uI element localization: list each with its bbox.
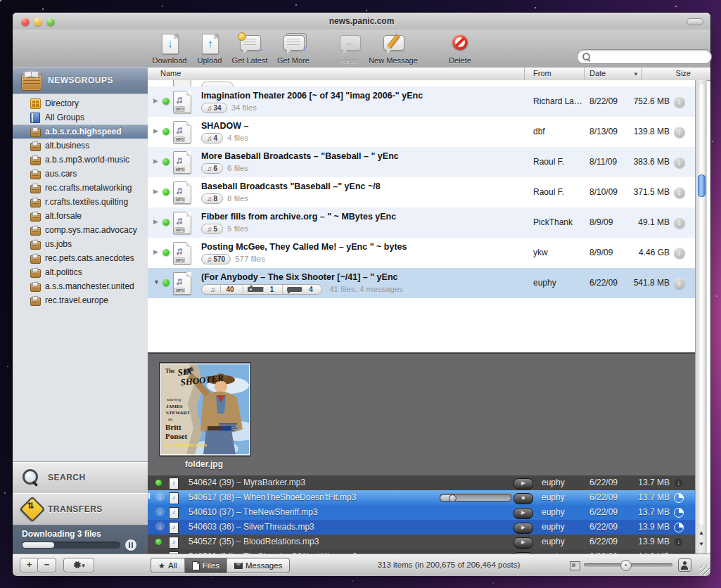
post-row[interactable]: ▶ ♫MP3 Fibber fills from archive.org – "… [148, 207, 695, 238]
mp3-file-icon: ♫MP3 [173, 272, 191, 295]
sidebar-item-metalworking[interactable]: rec.crafts.metalworking [13, 181, 148, 195]
file-row-selected[interactable]: ↓ 540603 (36) – SilverThreads.mp3 euphy … [148, 520, 695, 535]
gear-icon [72, 560, 81, 569]
downloading-clock-icon [674, 523, 684, 532]
resize-grip[interactable] [700, 565, 710, 575]
add-group-button[interactable]: + [20, 558, 39, 573]
sidebar-item-absro-highspeed[interactable]: a.b.s.r.o.highspeed [13, 124, 148, 139]
download-post-button[interactable] [674, 217, 685, 229]
disclosure-triangle-icon[interactable]: ▶ [153, 188, 158, 195]
file-row[interactable]: 540527 (35) – BloodRelations.mp3 euphy 6… [148, 535, 695, 549]
delete-button[interactable]: Delete [440, 32, 480, 66]
file-size: 13.7 MB [584, 507, 670, 517]
scrollbar-thumb[interactable] [698, 174, 706, 197]
disclosure-triangle-icon[interactable]: ▶ [153, 248, 158, 255]
play-button[interactable] [513, 478, 533, 490]
newsgroup-icon [30, 199, 41, 207]
sidebar-item-travel-europe[interactable]: rec.travel.europe [13, 293, 148, 307]
action-gear-button[interactable]: ▼ [63, 558, 94, 573]
get-more-button[interactable]: ↓ Get More [273, 32, 314, 66]
svg-text:starring: starring [167, 397, 181, 402]
disclosure-triangle-expanded-icon[interactable]: ▼ [153, 279, 160, 286]
show-people-button[interactable] [678, 558, 691, 572]
upload-button[interactable]: ↑ Upload [191, 32, 228, 66]
scroll-down-arrow[interactable]: ▼ [696, 539, 707, 550]
column-header-size[interactable]: Size [584, 69, 691, 77]
queued-download-icon: ↓ [675, 538, 682, 546]
sidebar-item-manchester-united[interactable]: a.s.s.manchester.united [13, 279, 148, 293]
file-row-selected[interactable]: Ⅰ ↓ 540617 (38) – WhenTheShoeDoesn'tFit.… [148, 490, 695, 505]
download-button[interactable]: ↓ Download [148, 32, 191, 66]
sidebar-item-all-groups[interactable]: All Groups [13, 110, 148, 124]
download-post-button[interactable] [674, 248, 685, 259]
filter-files[interactable]: Files [185, 558, 227, 573]
file-name: 540624 (39) – MyraBarker.mp3 [189, 478, 305, 487]
post-row[interactable]: ▶ ♫MP3 Imagination Theater 2006 [~ of 34… [148, 87, 695, 117]
sidebar-item-alt-business[interactable]: alt.business [13, 139, 148, 153]
disclosure-triangle-icon[interactable]: ▶ [153, 158, 158, 165]
post-from: dbf [533, 127, 545, 136]
vertical-scrollbar[interactable]: ▲ ▼ [695, 80, 707, 554]
stop-button[interactable] [513, 493, 533, 504]
transfers-section-header[interactable]: ⇅ TRANSFERS [13, 493, 148, 525]
file-from: euphy [542, 492, 565, 502]
sidebar-item-alt-forsale[interactable]: alt.forsale [13, 209, 148, 223]
sidebar-item-alt-politics[interactable]: alt.politics [13, 265, 148, 279]
remove-group-button[interactable]: − [37, 558, 56, 573]
scrollbar-track[interactable] [698, 83, 706, 526]
sidebar-item-mac-advocacy[interactable]: comp.sys.mac.advocacy [13, 223, 148, 237]
column-header-name[interactable]: Name [160, 69, 181, 77]
reply-button[interactable]: ← Reply [333, 32, 366, 66]
post-row[interactable]: ▶ ♫MP3 More Baseball Broadcasts – "Baseb… [148, 147, 695, 177]
disclosure-triangle-icon[interactable]: ▶ [153, 218, 158, 225]
download-post-button[interactable] [674, 278, 685, 289]
play-button[interactable] [513, 537, 533, 549]
filter-all[interactable]: ★All [151, 558, 185, 573]
get-latest-button[interactable]: ↓ Get Latest [228, 32, 272, 66]
filter-messages[interactable]: Messages [227, 558, 289, 573]
thumbnail-size-slider[interactable] [584, 563, 672, 567]
post-row-selected[interactable]: ▼ ♫MP3 (For Anybody – The Six Shooter [~… [148, 268, 695, 298]
post-size: 49.1 MB [570, 217, 670, 227]
status-dot-icon [162, 128, 170, 135]
download-post-button[interactable] [674, 96, 685, 108]
filter-segmented-control: ★All Files Messages [151, 558, 290, 573]
disclosure-triangle-icon[interactable]: ▶ [153, 127, 158, 134]
post-row[interactable]: ▶ ♫MP3 SHADOW – ♫44 files dbf 8/13/09 13… [148, 117, 695, 147]
new-message-button[interactable]: New Message [366, 32, 421, 66]
download-insert-marker-icon: Ⅰ [148, 492, 151, 500]
download-post-button[interactable] [674, 157, 685, 168]
file-row-selected[interactable]: ↓ 540610 (37) – TheNewSheriff.mp3 euphy … [148, 505, 695, 520]
sidebar-item-aus-cars[interactable]: aus.cars [13, 167, 148, 181]
search-section-header[interactable]: SEARCH [13, 461, 148, 494]
disclosure-triangle-icon[interactable]: ▶ [153, 97, 158, 104]
pause-transfers-button[interactable] [125, 539, 136, 551]
download-post-button[interactable] [674, 127, 685, 138]
file-row[interactable]: 540624 (39) – MyraBarker.mp3 euphy 6/22/… [148, 475, 695, 490]
item-count-status: 313 items (in 200,675 of 206,464 posts) [308, 561, 589, 569]
playback-scrubber[interactable] [440, 494, 511, 501]
sidebar-item-cats-anecdotes[interactable]: rec.pets.cats.anecdotes [13, 251, 148, 265]
post-row[interactable]: ▶ ♫MP3 Posting McGee, They Called Me! – … [148, 238, 695, 268]
slider-knob[interactable] [620, 560, 632, 571]
sidebar-item-quilting[interactable]: r.crafts.textiles.quilting [13, 195, 148, 209]
scroll-up-arrow[interactable]: ▲ [696, 528, 707, 539]
sidebar-item-directory[interactable]: Directory [13, 96, 148, 110]
post-row[interactable]: ▶ ♫MP3 Baseball Broadcasts "Baseball –" … [148, 177, 695, 207]
play-button[interactable] [513, 508, 533, 519]
newsgroups-section-header[interactable]: NEWSGROUPS [13, 68, 148, 94]
play-button[interactable] [513, 523, 533, 534]
post-from: Raoul F. [533, 187, 564, 197]
downloading-clock-icon [674, 493, 684, 503]
column-header-from[interactable]: From [533, 69, 551, 77]
sidebar-item-mp3-world-music[interactable]: a.b.s.mp3.world-music [13, 153, 148, 167]
toolbar-toggle-pill[interactable] [687, 18, 703, 25]
sidebar-item-us-jobs[interactable]: us.jobs [13, 237, 148, 251]
title-bar[interactable]: news.panic.com [13, 13, 710, 30]
partial-post-row[interactable] [148, 80, 695, 87]
mp3-file-icon: ♫MP3 [173, 121, 191, 143]
search-input[interactable] [577, 49, 712, 64]
file-size: 13.7 MB [584, 492, 670, 502]
download-post-button[interactable] [674, 187, 685, 198]
folder-jpg-thumbnail[interactable]: The SIX SHOOTER starring JAMES STEWART a… [159, 362, 251, 456]
